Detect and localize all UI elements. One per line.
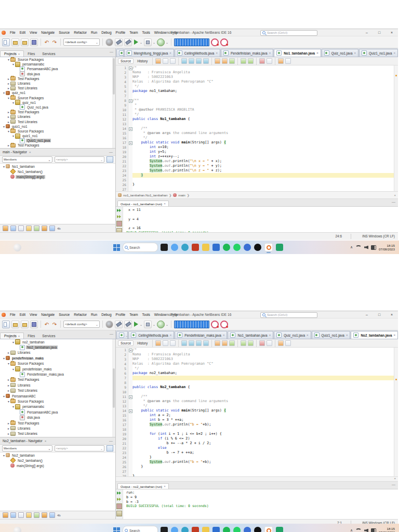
menu-item[interactable]: Team — [127, 31, 140, 34]
close-icon[interactable]: × — [393, 51, 395, 55]
previous-bookmark-icon[interactable] — [215, 340, 220, 346]
close-icon[interactable]: × — [216, 51, 218, 55]
comment-icon[interactable] — [278, 340, 284, 346]
menu-item[interactable]: Debug — [99, 31, 113, 34]
chevron-icon[interactable]: ▾ — [11, 405, 15, 408]
find-previous-icon[interactable] — [196, 340, 202, 346]
menu-item[interactable]: Team — [127, 313, 140, 316]
start-macro-icon[interactable] — [259, 340, 265, 346]
redo-button[interactable]: ↷ — [51, 321, 58, 328]
menu-item[interactable]: Run — [89, 31, 99, 34]
output-settings-icon[interactable] — [116, 511, 122, 516]
chevron-icon[interactable]: ▾ — [11, 367, 15, 371]
chevron-icon[interactable]: ▾ — [2, 454, 6, 457]
taskbar-app-icon[interactable] — [202, 527, 209, 532]
tab-projects[interactable]: Projects× — [0, 50, 24, 57]
close-icon[interactable]: × — [170, 334, 172, 337]
chevron-icon[interactable]: ▸ — [7, 77, 10, 81]
minimize-panel-icon[interactable]: — — [110, 332, 113, 336]
tab-files[interactable]: Files — [24, 51, 38, 57]
shift-right-icon[interactable] — [248, 340, 254, 346]
taskbar-app-icon[interactable] — [233, 244, 241, 251]
next-bookmark-icon[interactable] — [222, 58, 228, 64]
maximize-button[interactable]: □ — [373, 311, 385, 318]
taskbar-app-icon[interactable] — [223, 244, 230, 251]
last-edit-icon[interactable] — [155, 340, 161, 346]
toggle-bookmark-icon[interactable] — [229, 340, 235, 346]
volume-icon[interactable] — [364, 246, 368, 249]
taskbar-app-icon[interactable] — [171, 527, 178, 532]
table-view-icon[interactable] — [107, 156, 113, 163]
filter-inherited-icon[interactable] — [3, 512, 8, 518]
menu-item[interactable]: Debug — [99, 313, 113, 316]
taskbar-app-icon[interactable] — [264, 243, 273, 251]
minimize-button[interactable]: – — [361, 311, 373, 318]
tree-row[interactable]: ▾ quiz_no1 — [0, 90, 115, 95]
close-icon[interactable]: × — [223, 334, 225, 337]
tree-row[interactable]: ▸ Libraries — [0, 425, 115, 431]
tree-row[interactable]: ▸ Libraries — [0, 81, 115, 86]
maximize-button[interactable]: □ — [373, 29, 385, 36]
close-icon[interactable]: × — [394, 194, 396, 197]
previous-bookmark-icon[interactable] — [215, 58, 220, 64]
toggle-highlight-icon[interactable] — [203, 340, 209, 346]
file-tab[interactable]: No1_tambahan.java × — [228, 331, 273, 339]
gc-profile-button[interactable] — [220, 38, 228, 46]
stop-macro-icon[interactable] — [267, 58, 272, 64]
file-tab[interactable]: Pendefinisian_maks.java × — [221, 49, 273, 57]
chevron-icon[interactable]: ▸ — [7, 389, 10, 392]
minimize-panel-icon[interactable]: — — [109, 439, 113, 443]
source-view-button[interactable]: Source — [118, 58, 134, 64]
chevron-icon[interactable]: ▾ — [11, 101, 15, 104]
find-next-icon[interactable] — [189, 340, 194, 346]
menu-item[interactable]: Source — [57, 313, 72, 316]
close-icon[interactable]: × — [18, 335, 20, 338]
debug-project-button[interactable] — [144, 321, 152, 328]
tree-row[interactable]: disk.java — [0, 415, 115, 420]
filter-select[interactable]: <empty>⌄ — [55, 445, 105, 451]
navigator-header[interactable]: No2_tambahan - Navigator×— — [0, 437, 115, 445]
menu-item[interactable]: Edit — [18, 313, 28, 316]
stop-icon[interactable] — [116, 221, 122, 227]
minimize-panel-icon[interactable]: — — [109, 150, 113, 154]
forward-icon[interactable] — [170, 58, 176, 64]
members-select[interactable]: Members⌄ — [2, 156, 52, 163]
chevron-icon[interactable]: ▾ — [11, 340, 15, 344]
filter-sort-icon[interactable] — [34, 512, 39, 518]
memory-monitor[interactable] — [174, 38, 209, 46]
tree-row[interactable]: ▾ Source Packages — [0, 57, 115, 62]
close-icon[interactable]: × — [18, 52, 20, 56]
quick-search[interactable]: Search (Ctrl+I) — [260, 312, 317, 318]
tree-row[interactable]: ▸ Test Packages — [0, 110, 115, 114]
stop-icon[interactable] — [116, 503, 122, 509]
new-project-button[interactable] — [11, 321, 19, 328]
rerun-debug-icon[interactable] — [117, 497, 122, 502]
wifi-icon[interactable] — [355, 245, 362, 250]
run-project-button[interactable] — [134, 39, 138, 45]
members-select[interactable]: Members⌄ — [2, 445, 52, 451]
find-next-icon[interactable] — [189, 58, 194, 64]
tree-row[interactable]: ▸ Libraries — [0, 382, 115, 388]
tree-row[interactable]: ▾ quiz_no1 — [0, 100, 115, 105]
file-tab[interactable]: ..va × — [116, 331, 128, 339]
navigator-row[interactable]: No2_tambahan() — [0, 458, 115, 463]
tree-row[interactable]: ▸ Test Libraries — [0, 119, 115, 124]
navigator-row[interactable]: ▾ No1_tambahan — [0, 164, 115, 169]
clean-build-button[interactable] — [124, 321, 132, 328]
navigator-row[interactable]: main(String[] args) — [0, 463, 115, 468]
configure-icon[interactable] — [105, 321, 113, 328]
menu-item[interactable]: Profile — [114, 313, 128, 316]
close-icon[interactable]: × — [269, 51, 271, 55]
tree-row[interactable]: ▾ persamaanabc — [0, 404, 115, 409]
shift-left-icon[interactable] — [241, 340, 246, 346]
file-tab[interactable]: Quiz1_no1.java × — [312, 331, 351, 339]
tree-row[interactable]: ▸ Test Libraries — [0, 431, 115, 436]
menu-item[interactable]: View — [28, 31, 39, 34]
chevron-icon[interactable]: ▸ — [7, 120, 10, 124]
code-editor[interactable]: 1/*2Nama : Fransisca Angelita3NRP : 5002… — [116, 65, 398, 191]
quick-search[interactable]: Search (Ctrl+I) — [260, 30, 317, 36]
chevron-icon[interactable]: ▾ — [11, 62, 15, 66]
filter-static-icon[interactable] — [18, 225, 24, 231]
tree-row[interactable]: ▾ Source Packages — [0, 361, 115, 366]
build-project-button[interactable] — [115, 321, 123, 328]
